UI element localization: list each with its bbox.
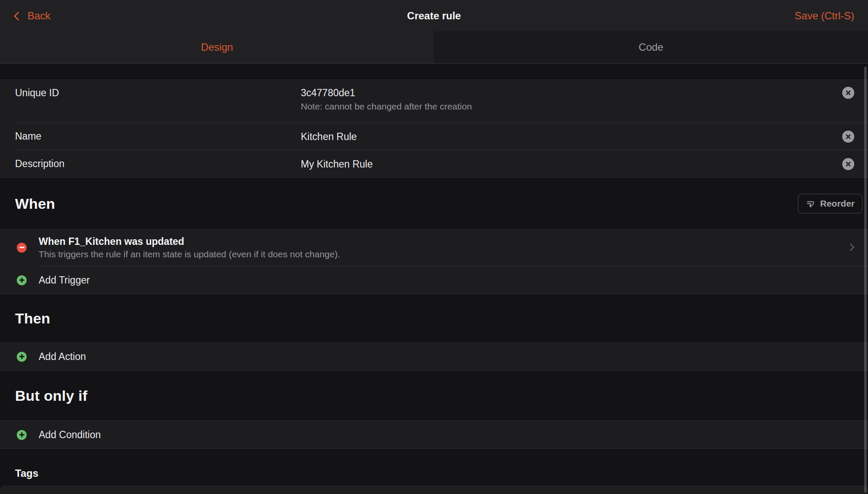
then-title: Then — [15, 310, 50, 327]
action-list: Add Action — [0, 342, 868, 371]
save-button[interactable]: Save (Ctrl-S) — [795, 10, 854, 22]
plus-icon — [17, 352, 27, 362]
but-only-if-section-header: But only if — [0, 371, 868, 421]
clear-description-icon[interactable] — [842, 158, 854, 170]
reorder-icon — [806, 199, 815, 208]
scrollbar[interactable] — [864, 67, 867, 493]
description-row: Description My Kitchen Rule — [0, 150, 868, 177]
description-label: Description — [15, 158, 301, 170]
when-section-header: When Reorder — [0, 178, 868, 229]
reorder-button[interactable]: Reorder — [798, 194, 862, 213]
chevron-right-icon — [847, 243, 854, 251]
semantic-class-row[interactable]: Semantic Class None — [0, 486, 868, 494]
back-button[interactable]: Back — [15, 10, 50, 22]
name-label: Name — [15, 131, 301, 142]
add-trigger-label: Add Trigger — [39, 274, 90, 286]
when-title: When — [15, 195, 55, 212]
unique-id-note: Note: cannot be changed after the creati… — [301, 100, 868, 113]
trigger-row[interactable]: When F1_Kitchen was updated This trigger… — [0, 230, 868, 266]
add-action-label: Add Action — [39, 351, 86, 363]
add-action-button[interactable]: Add Action — [0, 343, 868, 370]
unique-id-row: Unique ID 3c47780de1 Note: cannot be cha… — [0, 80, 868, 122]
clear-name-icon[interactable] — [842, 131, 854, 143]
description-input[interactable]: My Kitchen Rule — [301, 158, 868, 171]
tab-design-label: Design — [201, 41, 233, 53]
tags-title: Tags — [15, 467, 38, 479]
add-condition-label: Add Condition — [39, 429, 101, 441]
then-section-header: Then — [0, 294, 868, 342]
trigger-title: When F1_Kitchen was updated — [39, 235, 340, 248]
condition-list: Add Condition — [0, 421, 868, 449]
clear-unique-id-icon[interactable] — [842, 87, 854, 99]
page-title: Create rule — [0, 10, 868, 22]
reorder-label: Reorder — [820, 198, 855, 209]
add-condition-button[interactable]: Add Condition — [0, 421, 868, 448]
trigger-subtitle: This triggers the rule if an item state … — [39, 248, 340, 260]
create-rule-screen: { "navbar": { "back_label": "Back", "tit… — [0, 0, 868, 494]
tab-design[interactable]: Design — [0, 31, 434, 63]
remove-trigger-icon[interactable] — [17, 243, 27, 253]
tags-section-header: Tags — [0, 449, 868, 486]
unique-id-label: Unique ID — [15, 87, 301, 99]
tags-list: Semantic Class None — [0, 486, 868, 494]
but-only-if-title: But only if — [15, 387, 87, 404]
name-input[interactable]: Kitchen Rule — [301, 130, 868, 143]
name-row: Name Kitchen Rule — [0, 123, 868, 150]
plus-icon — [17, 430, 27, 440]
unique-id-input[interactable]: 3c47780de1 — [301, 86, 868, 99]
back-label: Back — [28, 10, 50, 22]
tab-code[interactable]: Code — [434, 31, 868, 63]
add-trigger-button[interactable]: Add Trigger — [0, 266, 868, 294]
plus-icon — [17, 275, 27, 285]
tab-code-label: Code — [639, 41, 663, 53]
navbar: Back Create rule Save (Ctrl-S) — [0, 0, 868, 31]
tabbar: Design Code — [0, 31, 868, 64]
spacer — [0, 64, 868, 79]
rule-meta-list: Unique ID 3c47780de1 Note: cannot be cha… — [0, 79, 868, 178]
back-chevron-icon — [14, 11, 23, 20]
trigger-list: When F1_Kitchen was updated This trigger… — [0, 229, 868, 294]
